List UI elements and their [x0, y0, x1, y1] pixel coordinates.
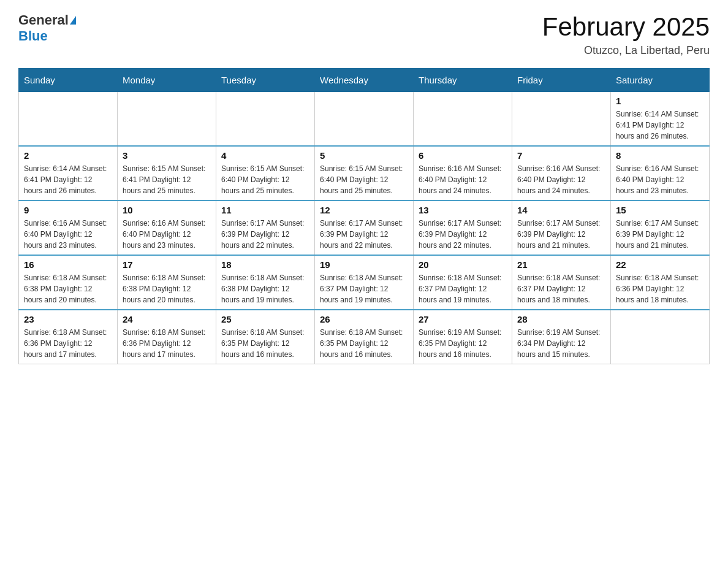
day-number: 19 [320, 259, 408, 270]
calendar-cell: 9Sunrise: 6:16 AM Sunset: 6:40 PM Daylig… [19, 201, 118, 255]
calendar-cell: 18Sunrise: 6:18 AM Sunset: 6:38 PM Dayli… [216, 255, 315, 310]
calendar-week-row: 2Sunrise: 6:14 AM Sunset: 6:41 PM Daylig… [19, 146, 710, 201]
calendar-title: February 2025 [542, 12, 710, 42]
day-number: 6 [419, 150, 507, 161]
day-info: Sunrise: 6:14 AM Sunset: 6:41 PM Dayligh… [24, 163, 112, 196]
day-info: Sunrise: 6:18 AM Sunset: 6:37 PM Dayligh… [320, 272, 408, 305]
day-number: 2 [24, 150, 112, 161]
calendar-cell: 26Sunrise: 6:18 AM Sunset: 6:35 PM Dayli… [315, 310, 414, 364]
day-info: Sunrise: 6:18 AM Sunset: 6:38 PM Dayligh… [24, 272, 112, 305]
day-info: Sunrise: 6:15 AM Sunset: 6:40 PM Dayligh… [221, 163, 309, 196]
day-number: 23 [24, 314, 112, 324]
day-number: 16 [24, 259, 112, 270]
calendar-week-row: 16Sunrise: 6:18 AM Sunset: 6:38 PM Dayli… [19, 255, 710, 310]
day-number: 27 [419, 314, 507, 324]
day-info: Sunrise: 6:17 AM Sunset: 6:39 PM Dayligh… [517, 218, 605, 251]
day-number: 10 [123, 205, 211, 215]
day-info: Sunrise: 6:18 AM Sunset: 6:36 PM Dayligh… [616, 272, 704, 305]
calendar-cell: 24Sunrise: 6:18 AM Sunset: 6:36 PM Dayli… [118, 310, 216, 364]
weekday-header-monday: Monday [118, 69, 216, 92]
day-info: Sunrise: 6:16 AM Sunset: 6:40 PM Dayligh… [616, 163, 704, 196]
calendar-cell [414, 92, 512, 147]
calendar-cell [216, 92, 315, 147]
day-number: 11 [221, 205, 309, 215]
day-info: Sunrise: 6:15 AM Sunset: 6:41 PM Dayligh… [123, 163, 211, 196]
day-number: 9 [24, 205, 112, 215]
calendar-cell: 7Sunrise: 6:16 AM Sunset: 6:40 PM Daylig… [512, 146, 611, 201]
calendar-cell: 20Sunrise: 6:18 AM Sunset: 6:37 PM Dayli… [414, 255, 512, 310]
calendar-cell: 13Sunrise: 6:17 AM Sunset: 6:39 PM Dayli… [414, 201, 512, 255]
day-number: 14 [517, 205, 605, 215]
calendar-cell: 17Sunrise: 6:18 AM Sunset: 6:38 PM Dayli… [118, 255, 216, 310]
day-number: 8 [616, 150, 704, 161]
calendar-table: SundayMondayTuesdayWednesdayThursdayFrid… [18, 68, 710, 364]
calendar-cell: 16Sunrise: 6:18 AM Sunset: 6:38 PM Dayli… [19, 255, 118, 310]
calendar-week-row: 23Sunrise: 6:18 AM Sunset: 6:36 PM Dayli… [19, 310, 710, 364]
day-info: Sunrise: 6:18 AM Sunset: 6:36 PM Dayligh… [123, 327, 211, 360]
day-number: 15 [616, 205, 704, 215]
day-info: Sunrise: 6:18 AM Sunset: 6:38 PM Dayligh… [123, 272, 211, 305]
calendar-cell: 5Sunrise: 6:15 AM Sunset: 6:40 PM Daylig… [315, 146, 414, 201]
day-number: 21 [517, 259, 605, 270]
calendar-cell [19, 92, 118, 147]
page-header: General Blue February 2025 Otuzco, La Li… [18, 12, 710, 57]
calendar-cell: 15Sunrise: 6:17 AM Sunset: 6:39 PM Dayli… [611, 201, 710, 255]
day-number: 25 [221, 314, 309, 324]
calendar-header: SundayMondayTuesdayWednesdayThursdayFrid… [19, 69, 710, 92]
calendar-cell [512, 92, 611, 147]
calendar-cell: 11Sunrise: 6:17 AM Sunset: 6:39 PM Dayli… [216, 201, 315, 255]
day-number: 24 [123, 314, 211, 324]
calendar-cell: 25Sunrise: 6:18 AM Sunset: 6:35 PM Dayli… [216, 310, 315, 364]
calendar-cell: 8Sunrise: 6:16 AM Sunset: 6:40 PM Daylig… [611, 146, 710, 201]
calendar-cell: 22Sunrise: 6:18 AM Sunset: 6:36 PM Dayli… [611, 255, 710, 310]
calendar-week-row: 1Sunrise: 6:14 AM Sunset: 6:41 PM Daylig… [19, 92, 710, 147]
logo-general-text: General [18, 12, 69, 28]
day-info: Sunrise: 6:19 AM Sunset: 6:35 PM Dayligh… [419, 327, 507, 360]
day-info: Sunrise: 6:18 AM Sunset: 6:38 PM Dayligh… [221, 272, 309, 305]
calendar-cell: 19Sunrise: 6:18 AM Sunset: 6:37 PM Dayli… [315, 255, 414, 310]
day-number: 13 [419, 205, 507, 215]
calendar-cell: 14Sunrise: 6:17 AM Sunset: 6:39 PM Dayli… [512, 201, 611, 255]
day-info: Sunrise: 6:14 AM Sunset: 6:41 PM Dayligh… [616, 109, 704, 142]
day-info: Sunrise: 6:17 AM Sunset: 6:39 PM Dayligh… [320, 218, 408, 251]
logo-triangle-icon [70, 16, 76, 25]
calendar-cell [118, 92, 216, 147]
weekday-header-saturday: Saturday [611, 69, 710, 92]
day-info: Sunrise: 6:16 AM Sunset: 6:40 PM Dayligh… [419, 163, 507, 196]
calendar-subtitle: Otuzco, La Libertad, Peru [542, 44, 710, 57]
weekday-header-friday: Friday [512, 69, 611, 92]
day-number: 3 [123, 150, 211, 161]
calendar-cell: 6Sunrise: 6:16 AM Sunset: 6:40 PM Daylig… [414, 146, 512, 201]
calendar-cell: 12Sunrise: 6:17 AM Sunset: 6:39 PM Dayli… [315, 201, 414, 255]
weekday-header-thursday: Thursday [414, 69, 512, 92]
day-number: 1 [616, 96, 704, 106]
day-number: 12 [320, 205, 408, 215]
day-info: Sunrise: 6:19 AM Sunset: 6:34 PM Dayligh… [517, 327, 605, 360]
day-info: Sunrise: 6:17 AM Sunset: 6:39 PM Dayligh… [616, 218, 704, 251]
day-number: 22 [616, 259, 704, 270]
calendar-cell: 4Sunrise: 6:15 AM Sunset: 6:40 PM Daylig… [216, 146, 315, 201]
day-number: 18 [221, 259, 309, 270]
day-info: Sunrise: 6:18 AM Sunset: 6:35 PM Dayligh… [320, 327, 408, 360]
calendar-cell: 3Sunrise: 6:15 AM Sunset: 6:41 PM Daylig… [118, 146, 216, 201]
day-info: Sunrise: 6:16 AM Sunset: 6:40 PM Dayligh… [123, 218, 211, 251]
day-number: 20 [419, 259, 507, 270]
weekday-header-tuesday: Tuesday [216, 69, 315, 92]
day-info: Sunrise: 6:18 AM Sunset: 6:37 PM Dayligh… [517, 272, 605, 305]
day-number: 26 [320, 314, 408, 324]
day-number: 28 [517, 314, 605, 324]
day-number: 4 [221, 150, 309, 161]
calendar-cell: 10Sunrise: 6:16 AM Sunset: 6:40 PM Dayli… [118, 201, 216, 255]
calendar-body: 1Sunrise: 6:14 AM Sunset: 6:41 PM Daylig… [19, 92, 710, 364]
logo-blue-text: Blue [18, 28, 48, 44]
day-info: Sunrise: 6:16 AM Sunset: 6:40 PM Dayligh… [517, 163, 605, 196]
day-info: Sunrise: 6:17 AM Sunset: 6:39 PM Dayligh… [419, 218, 507, 251]
logo: General Blue [18, 12, 76, 44]
day-info: Sunrise: 6:16 AM Sunset: 6:40 PM Dayligh… [24, 218, 112, 251]
day-number: 17 [123, 259, 211, 270]
day-number: 7 [517, 150, 605, 161]
calendar-cell: 2Sunrise: 6:14 AM Sunset: 6:41 PM Daylig… [19, 146, 118, 201]
calendar-cell: 23Sunrise: 6:18 AM Sunset: 6:36 PM Dayli… [19, 310, 118, 364]
calendar-cell: 1Sunrise: 6:14 AM Sunset: 6:41 PM Daylig… [611, 92, 710, 147]
calendar-cell: 21Sunrise: 6:18 AM Sunset: 6:37 PM Dayli… [512, 255, 611, 310]
